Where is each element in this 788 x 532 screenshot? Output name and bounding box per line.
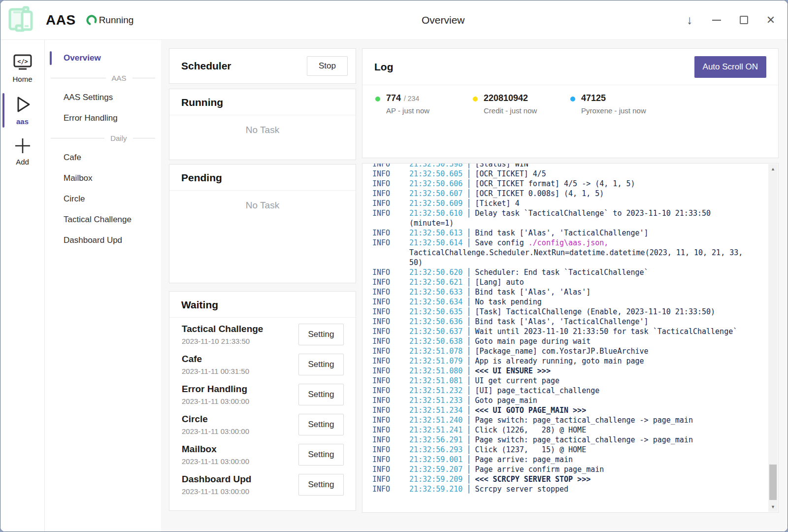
scrollbar-up-button[interactable]: ▲	[768, 164, 778, 174]
stat-suffix: / 234	[404, 95, 419, 102]
log-output-panel[interactable]: INFO21:32:50.598│[Status] WININFO21:32:5…	[362, 163, 779, 513]
sidebar-item-label: Dashboard Upd	[64, 235, 122, 245]
waiting-task-row: Error Handling2023-11-11 03:00:00Setting	[182, 379, 344, 409]
sidebar: OverviewAASAAS SettingsError HandlingDai…	[45, 40, 161, 532]
sidebar-item-dashboard-upd[interactable]: Dashboard Upd	[45, 230, 161, 251]
log-separator: │	[466, 278, 471, 287]
sidebar-item-label: Circle	[64, 194, 85, 204]
log-row: INFO21:32:51.078│[Package_name] com.Yost…	[372, 346, 778, 356]
scrollbar-thumb[interactable]	[769, 465, 777, 500]
close-button[interactable]: ✕	[761, 9, 781, 32]
log-content: 21:32:51.078│[Package_name] com.YostarJP…	[409, 346, 744, 356]
sidebar-section-divider-daily: Daily	[45, 129, 161, 147]
log-separator: │	[466, 298, 471, 306]
running-spinner-icon	[86, 14, 98, 26]
download-button[interactable]: ↓	[680, 9, 699, 32]
log-message: <<< UI ENSURE >>>	[475, 366, 551, 375]
sidebar-item-tactical-challenge[interactable]: Tactical Challenge	[45, 209, 161, 230]
waiting-title: Waiting	[169, 292, 356, 318]
setting-button[interactable]: Setting	[298, 384, 344, 405]
setting-button[interactable]: Setting	[298, 354, 344, 375]
pending-empty-text: No Task	[169, 191, 356, 211]
log-timestamp: 21:32:50.614	[409, 238, 462, 247]
log-content: 21:32:50.614│Save config ./config\aas.js…	[409, 238, 744, 267]
log-level: INFO	[372, 307, 409, 317]
log-timestamp: 21:32:50.621	[409, 278, 462, 287]
log-row: INFO21:32:59.209│<<< SCRCPY SERVER STOP …	[372, 474, 778, 484]
log-timestamp: 21:32:59.207	[409, 465, 462, 474]
close-icon: ✕	[766, 14, 775, 27]
log-timestamp: 21:32:51.232	[409, 386, 462, 395]
log-message: Scrcpy server stopped	[475, 485, 568, 494]
waiting-card: Waiting Tactical Challenge2023-11-10 21:…	[169, 291, 356, 511]
log-row: INFO21:32:51.079│App is already running,…	[372, 356, 778, 366]
running-title: Running	[169, 89, 356, 115]
log-timestamp: 21:32:50.609	[409, 199, 462, 208]
stat-dot	[375, 97, 380, 101]
sidebar-item-aas-settings[interactable]: AAS Settings	[45, 87, 161, 108]
sidebar-item-circle[interactable]: Circle	[45, 189, 161, 209]
auto-scroll-button[interactable]: Auto Scroll ON	[694, 56, 766, 78]
log-level: INFO	[372, 484, 409, 494]
log-row: INFO21:32:59.207│Page arrive confirm pag…	[372, 465, 778, 474]
log-level: INFO	[372, 287, 409, 297]
log-message: Wait until 2023-11-10 21:33:50 for task …	[475, 327, 737, 336]
log-title: Log	[374, 61, 393, 73]
log-row: INFO21:32:50.638│Goto main page during w…	[372, 336, 778, 346]
sidebar-item-cafe[interactable]: Cafe	[45, 147, 161, 168]
log-message: [OCR_TICKET] 4/5	[475, 169, 546, 178]
rail-item-aas[interactable]: aas	[0, 90, 44, 131]
log-content: 21:32:50.621│[Lang] auto	[409, 277, 744, 287]
scrollbar-down-button[interactable]: ▼	[768, 502, 778, 512]
log-content: 21:32:50.605│[OCR_TICKET] 4/5	[409, 169, 744, 179]
page-title: Overview	[422, 14, 465, 26]
sidebar-item-overview[interactable]: Overview	[45, 48, 161, 68]
log-separator: │	[466, 163, 471, 168]
active-indicator-bar	[50, 51, 52, 65]
log-timestamp: 21:32:56.291	[409, 435, 462, 444]
scrollbar-track[interactable]	[768, 174, 778, 502]
waiting-task-list: Tactical Challenge2023-11-10 21:33:50Set…	[169, 318, 356, 499]
log-content: 21:32:50.610│Delay task `TacticalChallen…	[409, 208, 744, 228]
task-info: Circle2023-11-11 03:00:00	[182, 414, 249, 435]
rail-item-label: Home	[12, 75, 32, 83]
maximize-button[interactable]	[734, 9, 754, 32]
log-scrollbar[interactable]: ▲ ▼	[768, 164, 778, 512]
log-message: Bind task ['Alas', 'Alas']	[475, 288, 591, 297]
log-message: Page switch: page_tactical_challenge -> …	[475, 435, 693, 444]
task-name: Error Handling	[182, 384, 249, 395]
log-level: INFO	[372, 346, 409, 356]
log-level: INFO	[372, 455, 409, 465]
stat-text: 774/ 234AP - just now	[386, 93, 429, 115]
stat-value: 220810942	[484, 93, 528, 103]
log-separator: │	[466, 209, 471, 218]
log-timestamp: 21:32:50.636	[409, 317, 462, 326]
log-message: Click (1226, 28) @ HOME	[475, 426, 586, 434]
setting-button[interactable]: Setting	[298, 324, 344, 345]
download-icon: ↓	[687, 13, 693, 27]
log-row: INFO21:32:51.080│<<< UI ENSURE >>>	[372, 366, 778, 376]
sidebar-item-mailbox[interactable]: Mailbox	[45, 168, 161, 189]
setting-button[interactable]: Setting	[298, 414, 344, 435]
log-level: INFO	[372, 415, 409, 425]
setting-button[interactable]: Setting	[298, 474, 344, 496]
log-row: INFO21:32:50.634│No task pending	[372, 297, 778, 307]
log-separator: │	[466, 229, 471, 237]
task-next-run-time: 2023-11-11 00:31:50	[182, 367, 249, 375]
app-window: AAS Running Overview ↓ ✕	[0, 0, 788, 532]
minimize-button[interactable]	[707, 9, 726, 32]
log-message: Goto page_main	[475, 396, 537, 405]
rail-item-home[interactable]: </> Home	[0, 49, 44, 88]
setting-button[interactable]: Setting	[298, 444, 344, 466]
log-level: INFO	[372, 208, 409, 228]
stop-button[interactable]: Stop	[307, 56, 348, 76]
task-info: Dashboard Upd2023-11-11 03:00:00	[182, 474, 251, 496]
log-row: INFO21:32:50.606│[OCR_TICKET format] 4/5…	[372, 179, 778, 189]
task-name: Dashboard Upd	[182, 474, 251, 485]
stat-value-row: 47125	[581, 93, 646, 103]
sidebar-item-error-handling[interactable]: Error Handling	[45, 108, 161, 129]
task-next-run-time: 2023-11-11 03:00:00	[182, 457, 249, 466]
log-timestamp: 21:32:50.613	[409, 229, 462, 237]
log-message: [UI] page_tactical_challenge	[475, 386, 599, 395]
rail-item-add[interactable]: Add	[0, 133, 44, 171]
